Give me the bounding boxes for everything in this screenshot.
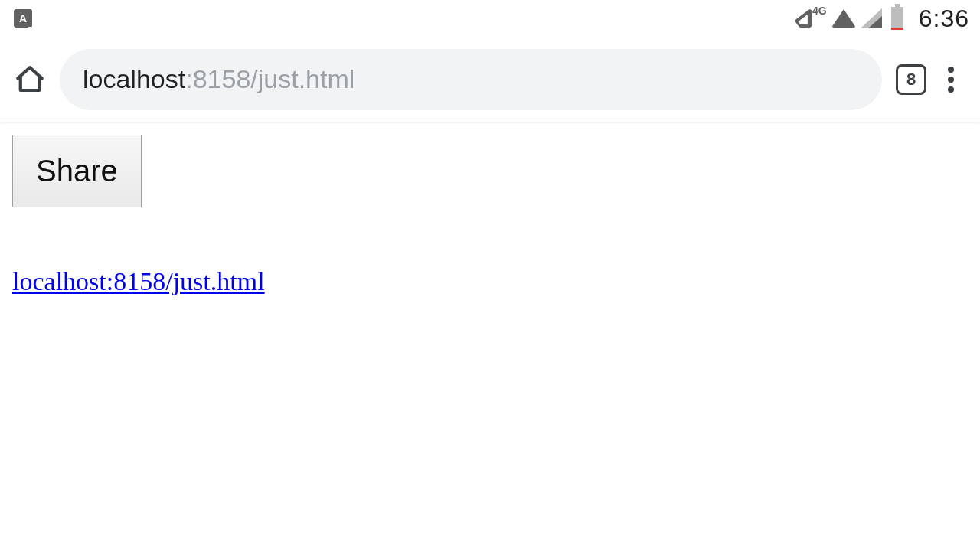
volte-4g-icon: 4G <box>792 8 827 29</box>
cellular-signal-icon <box>861 8 882 28</box>
tab-count-label: 8 <box>906 70 916 90</box>
home-button[interactable] <box>14 64 46 96</box>
kebab-dot-icon <box>948 67 954 73</box>
url-host: localhost <box>83 64 185 94</box>
tab-switcher-button[interactable]: 8 <box>896 64 926 95</box>
keyboard-notification-icon: A <box>14 9 32 28</box>
browser-toolbar: localhost:8158/just.html 8 <box>0 37 980 122</box>
overflow-menu-button[interactable] <box>940 64 962 96</box>
status-clock: 6:36 <box>919 5 969 33</box>
page-url-link[interactable]: localhost:8158/just.html <box>12 267 968 296</box>
wifi-icon <box>831 9 856 28</box>
kebab-dot-icon <box>948 86 954 93</box>
share-button[interactable]: Share <box>12 135 142 207</box>
url-path: :8158/just.html <box>185 64 354 94</box>
android-status-bar: A 4G 6:36 <box>0 0 980 37</box>
page-content: Share localhost:8158/just.html <box>0 122 980 308</box>
network-type-label: 4G <box>812 5 827 17</box>
battery-icon <box>891 7 903 30</box>
kebab-dot-icon <box>948 77 954 83</box>
keyboard-notification-letter: A <box>19 13 27 24</box>
url-bar[interactable]: localhost:8158/just.html <box>60 49 882 110</box>
